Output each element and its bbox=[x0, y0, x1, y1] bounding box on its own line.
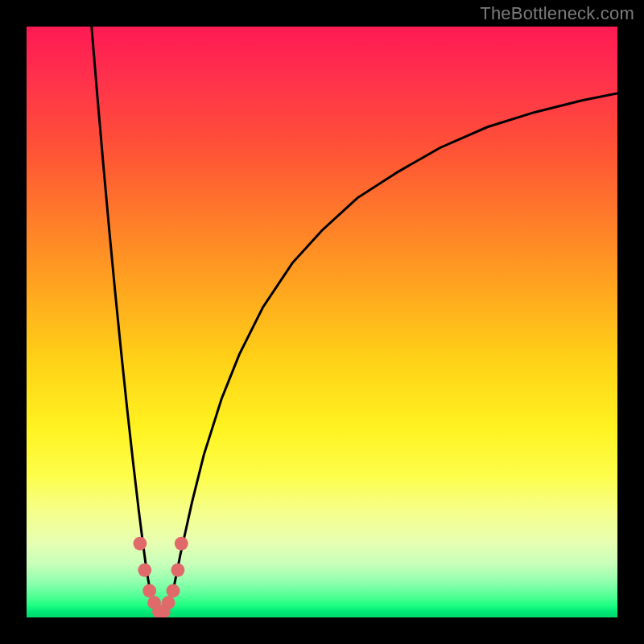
valley-dot bbox=[167, 584, 180, 598]
curve-right bbox=[168, 93, 617, 609]
curve-left bbox=[92, 27, 155, 609]
valley-dot bbox=[162, 596, 175, 609]
valley-dot bbox=[138, 564, 151, 577]
chart-svg bbox=[27, 27, 617, 617]
valley-dots bbox=[133, 537, 188, 617]
valley-dot bbox=[175, 537, 188, 551]
watermark-text: TheBottleneck.com bbox=[480, 3, 634, 24]
plot-area bbox=[27, 27, 617, 617]
valley-dot bbox=[142, 584, 156, 598]
valley-dot bbox=[171, 564, 184, 577]
valley-dot bbox=[133, 537, 147, 551]
chart-frame: TheBottleneck.com bbox=[0, 0, 644, 644]
